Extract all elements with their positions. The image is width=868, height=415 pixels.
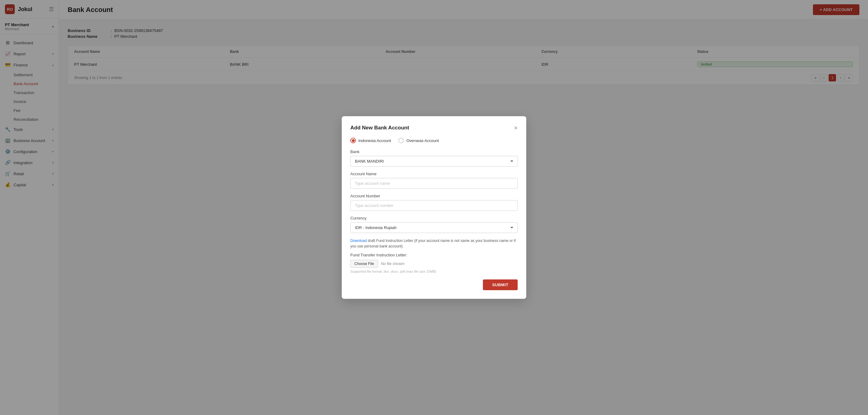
currency-label: Currency — [350, 216, 518, 220]
download-note: Download draft Fund Instruction Letter (… — [350, 238, 518, 249]
file-upload-row: Choose File No file chosen — [350, 260, 518, 268]
file-note: Supported file format .doc .docx .pdf (m… — [350, 269, 518, 273]
account-name-input[interactable] — [350, 178, 518, 189]
modal-footer: SUBMIT — [350, 280, 518, 290]
radio-indonesia-label: Indonesia Account — [358, 138, 391, 143]
download-note-body: draft Fund Instruction Letter (if your a… — [350, 238, 516, 248]
radio-overseas[interactable]: Overseas Account — [398, 138, 439, 143]
account-number-form-group: Account Number — [350, 194, 518, 211]
radio-indonesia[interactable]: Indonesia Account — [350, 138, 391, 143]
no-file-text: No file chosen — [381, 262, 404, 266]
fund-label: Fund Transfer Instruction Letter: — [350, 253, 518, 257]
radio-overseas-label: Overseas Account — [406, 138, 439, 143]
modal-close-button[interactable]: × — [514, 125, 518, 131]
account-name-label: Account Name — [350, 171, 518, 176]
modal-backdrop: Add New Bank Account × Indonesia Account… — [0, 0, 868, 415]
currency-form-group: Currency IDR - Indonesia Rupiah USD - US… — [350, 216, 518, 233]
radio-overseas-circle — [398, 138, 404, 143]
bank-form-group: Bank BANK MANDIRI BANK BRI BANK BCA BANK… — [350, 150, 518, 167]
account-number-input[interactable] — [350, 200, 518, 211]
submit-button[interactable]: SUBMIT — [483, 280, 518, 290]
account-number-label: Account Number — [350, 194, 518, 198]
file-upload-section: Fund Transfer Instruction Letter: Choose… — [350, 253, 518, 273]
modal-title: Add New Bank Account — [350, 125, 409, 131]
currency-select[interactable]: IDR - Indonesia Rupiah USD - US Dollar — [350, 222, 518, 233]
bank-select[interactable]: BANK MANDIRI BANK BRI BANK BCA BANK BNI — [350, 156, 518, 167]
choose-file-button[interactable]: Choose File — [350, 260, 378, 268]
bank-label: Bank — [350, 150, 518, 154]
download-link[interactable]: Download — [350, 238, 367, 243]
modal-header: Add New Bank Account × — [350, 125, 518, 131]
radio-indonesia-circle — [350, 138, 356, 143]
account-type-group: Indonesia Account Overseas Account — [350, 138, 518, 143]
account-name-form-group: Account Name — [350, 171, 518, 189]
add-bank-account-modal: Add New Bank Account × Indonesia Account… — [342, 116, 526, 299]
